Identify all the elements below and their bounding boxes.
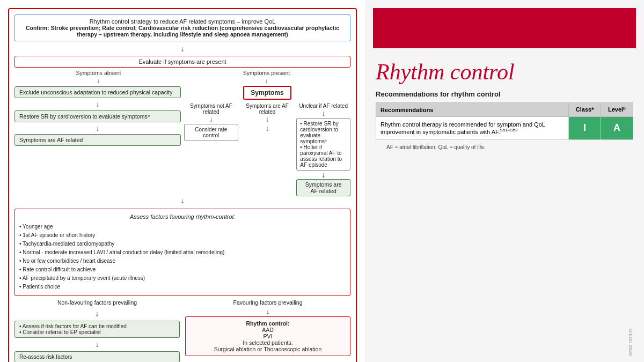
symptoms-absent-label: Symptoms absent	[14, 70, 182, 76]
level-cell: A	[601, 117, 633, 140]
factors-section: Assess factors favouring rhythm-control:…	[14, 209, 350, 296]
arrow-10: ↓	[14, 309, 180, 319]
arrow-6: ↓	[266, 124, 269, 133]
three-subcols: Symptoms not AF related ↓ Consider rate …	[184, 103, 350, 197]
flowchart-outer: Rhythm control strategy to reduce AF rel…	[8, 8, 357, 362]
factor-8: Patient's choice	[19, 283, 346, 291]
arrow-11: ↓	[14, 340, 180, 349]
symptoms-present-label: Symptoms present	[182, 70, 350, 76]
exclude-box: Exclude unconscious adaptation to reduce…	[14, 86, 181, 98]
factor-6: Rate control difficult to achieve	[19, 265, 346, 274]
col-level: Levelᵇ	[601, 103, 633, 117]
unclear-col: Unclear if AF related ↓ • Restore SR by …	[296, 103, 350, 197]
not-af-col: Symptoms not AF related ↓ Consider rate …	[184, 103, 238, 197]
consider-rate-box: Consider rate control	[184, 124, 238, 141]
arrow-2: ↓	[96, 100, 100, 109]
fav-label: Favouring factors prevailing	[185, 299, 350, 306]
factor-4: Normal - moderate increased LAVI / atria…	[19, 248, 346, 257]
col-recommendations: Recommendations	[376, 103, 569, 117]
non-fav-label: Non-favouring factors prevailing	[14, 299, 180, 306]
unclear-label: Unclear if AF related	[299, 103, 348, 109]
top-box: Rhythm control strategy to reduce AF rel…	[14, 14, 350, 41]
symptoms-af-related-2: Symptoms are AF related	[296, 179, 350, 196]
factor-2: 1st AF episode or short history	[19, 231, 346, 240]
arrow-9: ↓	[14, 196, 350, 205]
right-panel: Rhythm control Recommendations for rhyth…	[365, 0, 644, 362]
rhythm-control-box: Rhythm control: AAD PVI In selected pati…	[185, 316, 350, 356]
class-cell: I	[569, 117, 601, 140]
arrow-present: ↓	[182, 77, 350, 84]
rec-title: Recommendations for rhythm control	[376, 90, 633, 98]
right-col: Symptoms Symptoms not AF related ↓ Consi…	[184, 85, 350, 197]
arrow-1: ↓	[14, 45, 350, 54]
not-af-label: Symptoms not AF related	[184, 103, 238, 115]
rc-title: Rhythm control:	[191, 320, 345, 327]
arrow-12: ↓	[185, 307, 350, 316]
col-class: Classᵃ	[569, 103, 601, 117]
symptoms-af-related-box: Symptoms are AF related	[14, 134, 181, 146]
rec-table: Recommendations Classᵃ Levelᵇ Rhythm con	[376, 102, 633, 140]
evaluate-box: Evaluate if symptoms are present	[14, 56, 350, 68]
arrow-absent: ↓	[14, 77, 182, 84]
left-panel: Rhythm control strategy to reduce AF rel…	[0, 0, 365, 362]
top-box-title: Rhythm control strategy to reduce AF rel…	[20, 18, 345, 25]
rhythm-control-title: Rhythm control	[365, 48, 644, 90]
footnote: AF = atrial fibrillation; QoL = quality …	[376, 140, 633, 154]
esc-copyright: ©ESC 2020	[628, 328, 633, 356]
rc-content: AAD PVI In selected patients: Surgical a…	[191, 327, 345, 352]
factor-3: Tachycardia-mediated cardiomyopathy	[19, 240, 346, 248]
arrow-3: ↓	[96, 124, 100, 133]
reassess-box: Re-assess risk factors	[14, 351, 180, 362]
bottom-split: Non-favouring factors prevailing ↓ • Ass…	[14, 299, 350, 362]
recommendations-section: Recommendations for rhythm control Recom…	[365, 90, 644, 154]
symptoms-box: Symptoms	[243, 86, 291, 100]
arrow-4: ↓	[209, 115, 213, 124]
rec-text-cell: Rhythm control therapy is recommended fo…	[376, 117, 569, 140]
left-col: Exclude unconscious adaptation to reduce…	[14, 85, 181, 197]
factors-list: Younger age 1st AF episode or short hist…	[19, 223, 346, 291]
af-related-col: Symptoms are AF related ↓ ↓	[240, 103, 295, 197]
factor-7: AF precipitated by a temporary event (ac…	[19, 274, 346, 283]
top-box-bold: Confirm: Stroke prevention; Rate control…	[20, 25, 345, 38]
factor-5: No or few comorbidities / heart disease	[19, 257, 346, 265]
assess-risk-box: • Assess if risk factors for AF can be m…	[14, 321, 180, 338]
arrows-row: ↓ ↓	[14, 77, 350, 84]
arrow-5: ↓	[266, 115, 269, 124]
unclear-box: • Restore SR by cardioversion to evaluat…	[296, 118, 350, 171]
table-row: Rhythm control therapy is recommended fo…	[376, 117, 633, 140]
factors-title: Assess factors favouring rhythm-control:	[19, 213, 346, 220]
restore-sr-box: Restore SR by cardioversion to evaluate …	[14, 110, 181, 122]
factor-1: Younger age	[19, 223, 346, 231]
arrow-8: ↓	[321, 171, 325, 180]
bottom-left: Non-favouring factors prevailing ↓ • Ass…	[14, 299, 180, 362]
red-bar	[373, 8, 636, 48]
af-related-label: Symptoms are AF related	[240, 103, 295, 115]
main-two-col: Exclude unconscious adaptation to reduce…	[14, 85, 350, 197]
bottom-right: Favouring factors prevailing ↓ Rhythm co…	[185, 299, 350, 362]
symptoms-split-row: Symptoms absent Symptoms present	[14, 70, 350, 76]
arrow-7: ↓	[321, 109, 325, 118]
